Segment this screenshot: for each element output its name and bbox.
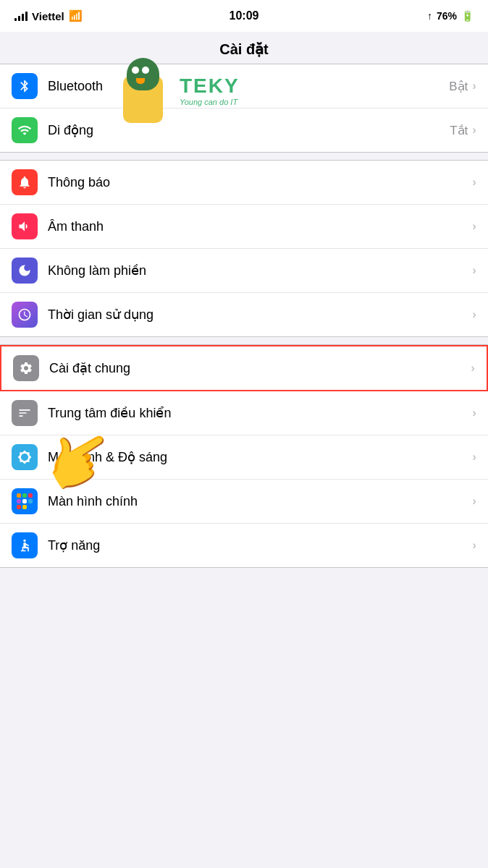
section-general: Cài đặt chung › Trung tâm điều khiển › M… [0,344,488,568]
control-center-icon [12,400,38,426]
list-item[interactable]: Di động Tắt › [0,109,488,152]
list-item[interactable]: Không làm phiền › [0,249,488,293]
list-item[interactable]: Màn hình chính › [0,480,488,524]
bluetooth-icon [12,73,38,99]
list-item[interactable]: Thời gian sử dụng › [0,293,488,336]
chevron-right-icon: › [471,361,475,375]
cellular-icon [12,117,38,143]
screen-time-label: Thời gian sử dụng [48,307,472,323]
list-item[interactable]: Màn hình & Độ sáng › [0,435,488,480]
bluetooth-value: Bật [449,79,468,94]
notifications-icon [12,169,38,195]
di-dong-label: Di động [48,122,450,138]
chevron-right-icon: › [472,219,476,234]
chevron-right-icon: › [472,263,476,278]
svg-point-0 [23,540,25,542]
section-connectivity: Bluetooth Bật › Di động Tắt › [0,64,488,153]
list-item[interactable]: Cài đặt chung › [0,345,488,391]
cai-dat-chung-label: Cài đặt chung [49,360,471,376]
location-icon: ↑ [427,10,432,22]
signal-icon [14,11,28,21]
list-item[interactable]: Trợ năng › [0,524,488,567]
page-wrapper: Viettel 📶 10:09 ↑ 76% 🔋 Cài đặt [0,0,488,568]
general-settings-icon [13,355,39,381]
list-item[interactable]: Âm thanh › [0,205,488,249]
chevron-right-icon: › [472,494,476,509]
page-title: Cài đặt [0,41,488,58]
status-left: Viettel 📶 [14,9,83,22]
bluetooth-label: Bluetooth [48,79,449,94]
thong-bao-label: Thông báo [48,175,472,190]
chevron-right-icon: › [472,450,476,464]
carrier-label: Viettel [32,10,64,22]
chevron-right-icon: › [472,406,476,420]
khong-lam-phien-label: Không làm phiền [48,263,472,278]
di-dong-value: Tắt [450,123,468,138]
dnd-icon [12,258,38,284]
status-time: 10:09 [230,9,259,22]
nav-header: Cài đặt [0,32,488,64]
man-hinh-do-sang-label: Màn hình & Độ sáng [48,449,472,465]
display-brightness-icon [12,444,38,470]
list-item[interactable]: Thông báo › [0,161,488,205]
chevron-right-icon: › [472,123,476,137]
man-hinh-chinh-label: Màn hình chính [48,494,472,509]
accessibility-icon [12,532,38,558]
list-item[interactable]: Trung tâm điều khiển › [0,391,488,435]
trung-tam-label: Trung tâm điều khiển [48,405,472,421]
chevron-right-icon: › [472,307,476,322]
chevron-right-icon: › [472,538,476,553]
battery-percent: 76% [437,10,457,22]
battery-icon: 🔋 [461,10,474,22]
list-item[interactable]: Bluetooth Bật › [0,64,488,109]
tro-nang-label: Trợ năng [48,537,472,553]
section-notifications: Thông báo › Âm thanh › Không làm phiền › [0,160,488,337]
am-thanh-label: Âm thanh [48,219,472,234]
screen-time-icon [12,302,38,328]
chevron-right-icon: › [472,175,476,190]
status-right: ↑ 76% 🔋 [427,10,474,22]
home-screen-icon [12,488,38,514]
wifi-icon: 📶 [69,9,83,22]
status-bar: Viettel 📶 10:09 ↑ 76% 🔋 [0,0,488,32]
sound-icon [12,213,38,239]
chevron-right-icon: › [472,79,476,93]
